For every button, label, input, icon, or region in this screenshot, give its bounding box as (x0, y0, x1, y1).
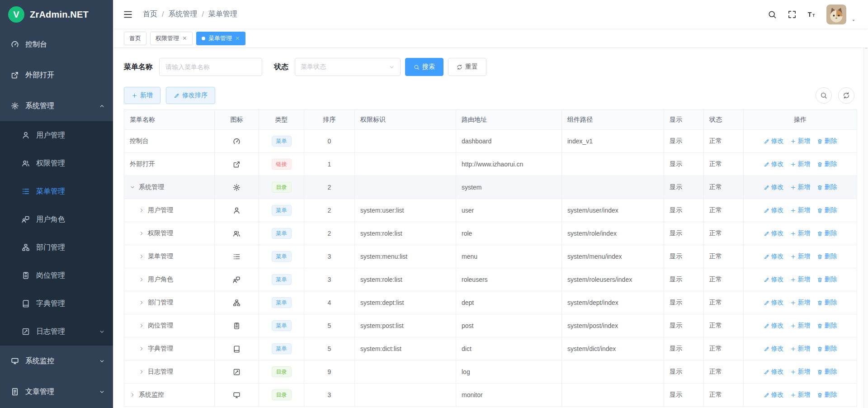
add-link[interactable]: 新增 (790, 368, 811, 376)
delete-link[interactable]: 删除 (817, 160, 837, 168)
tree-toggle-icon[interactable] (130, 185, 135, 190)
sidebar-item-icon (22, 159, 30, 167)
delete-link[interactable]: 删除 (817, 137, 837, 145)
breadcrumb-item[interactable]: 系统管理 (168, 9, 197, 19)
scrollbar[interactable] (863, 0, 868, 408)
tree-toggle-icon[interactable] (139, 208, 144, 213)
column-header: 类型 (259, 110, 304, 130)
add-link[interactable]: 新增 (790, 299, 811, 307)
add-link[interactable]: 新增 (790, 252, 811, 261)
order-cell: 3 (304, 384, 355, 407)
perm-cell (355, 176, 456, 199)
table-row: 字典管理 菜单 5 system:dict:list dict system/d… (124, 337, 857, 361)
add-button[interactable]: 新增 (124, 87, 160, 104)
tab[interactable]: 首页 (124, 32, 146, 45)
type-cell: 菜单 (259, 268, 304, 291)
ops-cell: 修改 新增 删除 (744, 176, 857, 199)
tree-toggle-icon[interactable] (139, 369, 144, 375)
delete-link[interactable]: 删除 (817, 275, 837, 284)
sidebar-item[interactable]: 系统管理 (0, 90, 113, 121)
sidebar-item[interactable]: 部门管理 (0, 233, 113, 261)
edit-link[interactable]: 修改 (764, 137, 784, 145)
tree-toggle-icon[interactable] (139, 346, 144, 351)
edit-link[interactable]: 修改 (764, 183, 784, 191)
tab[interactable]: 菜单管理 (196, 32, 245, 45)
breadcrumb-item[interactable]: 菜单管理 (208, 9, 237, 19)
icon-cell (215, 199, 259, 222)
delete-link-label: 删除 (825, 345, 837, 353)
sidebar-item[interactable]: 系统监控 (0, 346, 113, 376)
add-link[interactable]: 新增 (790, 206, 811, 214)
menu-name-cell: 部门管理 (124, 291, 215, 314)
tree-toggle-icon[interactable] (139, 277, 144, 282)
delete-link[interactable]: 删除 (817, 252, 837, 261)
edit-link[interactable]: 修改 (764, 391, 784, 399)
sidebar-item[interactable]: 菜单管理 (0, 177, 113, 205)
breadcrumb-item[interactable]: 首页 (143, 9, 157, 19)
edit-link[interactable]: 修改 (764, 160, 784, 168)
edit-link[interactable]: 修改 (764, 345, 784, 353)
tree-toggle-icon[interactable] (139, 231, 144, 236)
sidebar-item[interactable]: 字典管理 (0, 289, 113, 318)
edit-link[interactable]: 修改 (764, 206, 784, 214)
add-link[interactable]: 新增 (790, 160, 811, 168)
search-toggle-button[interactable] (816, 87, 832, 104)
edit-link[interactable]: 修改 (764, 229, 784, 237)
add-link[interactable]: 新增 (790, 137, 811, 145)
tree-toggle-icon[interactable] (130, 392, 135, 398)
add-link[interactable]: 新增 (790, 391, 811, 399)
tree-toggle-icon[interactable] (139, 254, 144, 259)
add-link[interactable]: 新增 (790, 345, 811, 353)
edit-link[interactable]: 修改 (764, 299, 784, 307)
sidebar-item[interactable]: 日志管理 (0, 318, 113, 346)
sidebar-item[interactable]: 控制台 (0, 29, 113, 60)
user-avatar[interactable] (826, 5, 846, 24)
add-link[interactable]: 新增 (790, 275, 811, 284)
refresh-button[interactable] (838, 87, 854, 104)
sidebar-item-label: 控制台 (25, 40, 47, 49)
delete-link[interactable]: 删除 (817, 391, 837, 399)
sidebar-item-icon (22, 271, 30, 280)
search-button[interactable]: 搜索 (405, 58, 443, 76)
type-cell: 菜单 (259, 291, 304, 314)
add-link[interactable]: 新增 (790, 229, 811, 237)
delete-link[interactable]: 删除 (817, 345, 837, 353)
status-cell: 正常 (704, 337, 744, 361)
active-tab-dot (202, 37, 205, 40)
menu-name-input[interactable] (159, 58, 262, 76)
tree-toggle-icon[interactable] (139, 323, 144, 328)
sidebar-item[interactable]: 权限管理 (0, 149, 113, 177)
delete-link[interactable]: 删除 (817, 299, 837, 307)
edit-link[interactable]: 修改 (764, 368, 784, 376)
collapse-sidebar-button[interactable] (123, 9, 133, 19)
delete-link[interactable]: 删除 (817, 229, 837, 237)
sidebar-item[interactable]: 用户管理 (0, 121, 113, 149)
sidebar-item-arrow-icon (99, 389, 105, 395)
sidebar-item[interactable]: 岗位管理 (0, 261, 113, 289)
sidebar-item[interactable]: 用户角色 (0, 205, 113, 233)
search-icon[interactable] (768, 10, 777, 19)
status-select[interactable]: 菜单状态 (295, 58, 401, 76)
add-link[interactable]: 新增 (790, 183, 811, 191)
reset-button[interactable]: 重置 (448, 58, 486, 76)
avatar-caret-icon[interactable] (851, 18, 856, 23)
font-size-icon[interactable]: TT (807, 10, 816, 19)
delete-link[interactable]: 删除 (817, 368, 837, 376)
delete-link[interactable]: 删除 (817, 183, 837, 191)
sidebar-item[interactable]: 文章管理 (0, 376, 113, 407)
add-link[interactable]: 新增 (790, 322, 811, 330)
edit-link[interactable]: 修改 (764, 275, 784, 284)
delete-link[interactable]: 删除 (817, 322, 837, 330)
tab-close-icon[interactable] (182, 36, 187, 41)
sort-button[interactable]: 修改排序 (166, 87, 215, 104)
tab[interactable]: 权限管理 (150, 32, 193, 45)
fullscreen-icon[interactable] (788, 10, 797, 19)
edit-link[interactable]: 修改 (764, 322, 784, 330)
component-cell (562, 384, 664, 407)
delete-link[interactable]: 删除 (817, 206, 837, 214)
tab-close-icon[interactable] (235, 36, 240, 41)
edit-link[interactable]: 修改 (764, 252, 784, 261)
edit-icon (764, 369, 769, 375)
sidebar-item[interactable]: 外部打开 (0, 60, 113, 90)
tree-toggle-icon[interactable] (139, 300, 144, 305)
